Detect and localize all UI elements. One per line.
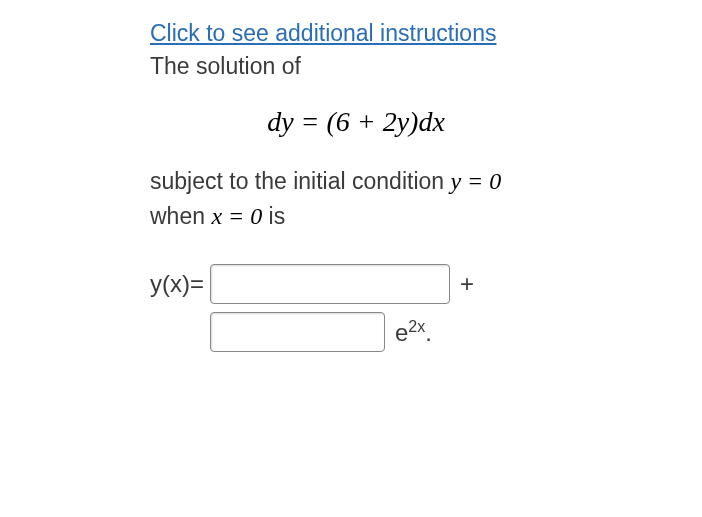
intro-text: The solution of [150, 53, 702, 80]
additional-instructions-link[interactable]: Click to see additional instructions [150, 20, 496, 47]
yx-label: y(x)= [150, 270, 204, 298]
answer-row-1: y(x)= + [150, 264, 702, 304]
plus-sign: + [460, 270, 474, 298]
answer-input-2[interactable] [210, 312, 385, 352]
subject-line: subject to the initial condition y = 0 [150, 168, 702, 195]
e2x-exponent: 2x [408, 318, 425, 335]
equation-display: dy = (6 + 2y)dx [150, 106, 702, 138]
e2x-label: e2x. [395, 318, 432, 347]
subject-math: y = 0 [450, 168, 501, 194]
when-math: x = 0 [211, 203, 262, 229]
e2x-period: . [425, 319, 432, 346]
e2x-base: e [395, 319, 408, 346]
answer-block: y(x)= + e2x. [150, 264, 702, 352]
when-prefix: when [150, 203, 211, 229]
answer-row-2: e2x. [210, 312, 702, 352]
when-suffix: is [262, 203, 285, 229]
answer-input-1[interactable] [210, 264, 450, 304]
when-line: when x = 0 is [150, 203, 702, 230]
subject-prefix: subject to the initial condition [150, 168, 450, 194]
